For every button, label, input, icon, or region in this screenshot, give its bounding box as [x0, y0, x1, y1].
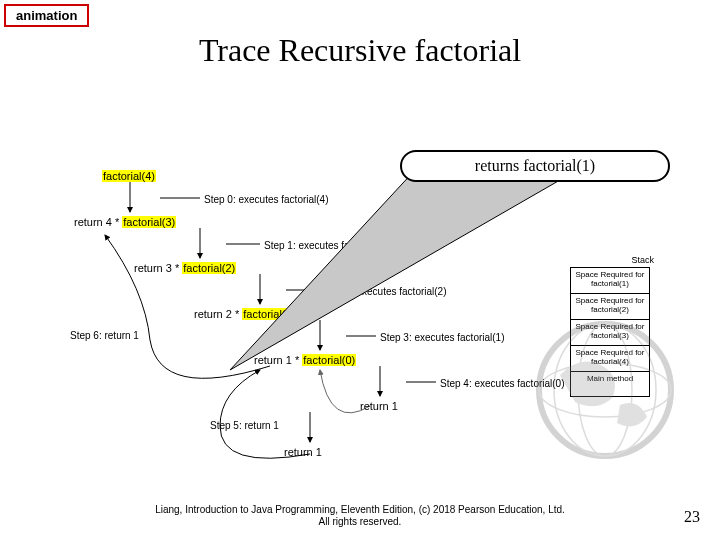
callout-pointer — [0, 0, 720, 540]
callout-bubble: returns factorial(1) — [400, 150, 670, 182]
svg-marker-0 — [230, 170, 560, 370]
